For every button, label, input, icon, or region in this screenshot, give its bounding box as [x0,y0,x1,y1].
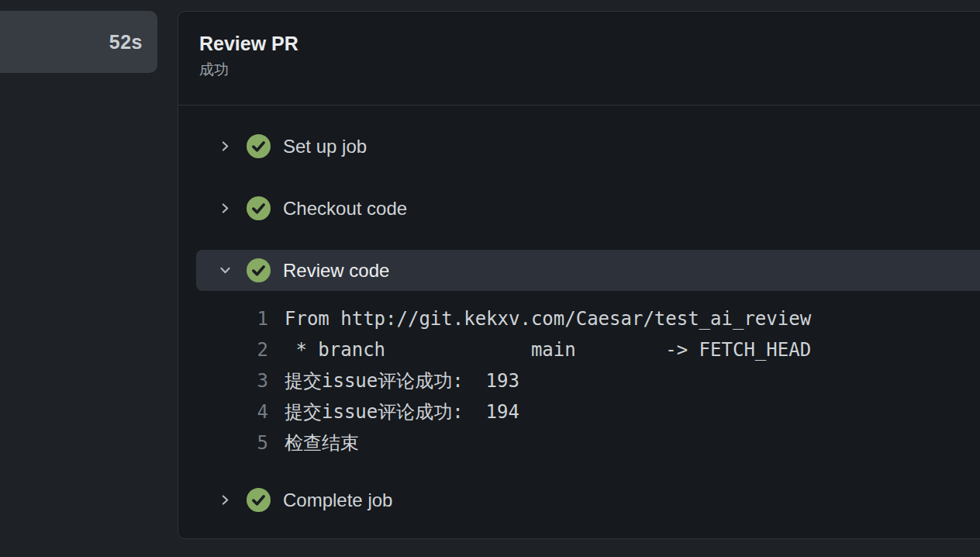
log-line-number: 4 [196,396,268,427]
step: Complete job [196,479,980,521]
step-row[interactable]: Set up job [196,126,980,167]
log-line-text: 提交issue评论成功: 193 [285,365,519,396]
log-line-number: 2 [196,334,268,365]
step-label: Set up job [283,136,367,157]
step-row[interactable]: Checkout code [196,188,980,229]
job-duration-badge: 52s [109,31,143,54]
check-circle-icon [247,488,271,512]
step-row[interactable]: Review code [196,250,980,291]
job-status-text: 成功 [199,60,969,80]
step-label: Complete job [283,490,392,511]
step: Review code 1From http://git.kekxv.com/C… [196,250,980,458]
log-line-number: 1 [196,303,268,334]
step-label: Checkout code [283,198,407,220]
step-logs: 1From http://git.kekxv.com/Caesar/test_a… [196,303,980,458]
chevron-right-icon [219,140,232,153]
log-line-text: 检查结束 [285,427,359,458]
job-run-card: Review PR 成功 Set up job [178,11,980,539]
log-line-text: * branch main -> FETCH_HEAD [285,334,811,365]
chevron-right-icon [219,202,232,215]
chevron-right-icon [219,493,232,507]
steps-list: Set up job Checkout code [178,106,980,521]
check-circle-icon [247,258,271,282]
sidebar-job-item-selected[interactable]: 52s [0,11,157,73]
log-line-text: From http://git.kekxv.com/Caesar/test_ai… [285,303,811,334]
check-circle-icon [247,196,271,220]
log-line: 3提交issue评论成功: 193 [196,365,980,396]
log-line-number: 5 [196,427,268,458]
check-circle-icon [247,134,271,158]
chevron-down-icon [219,264,232,277]
step: Checkout code [196,188,980,229]
log-line: 5检查结束 [196,427,980,458]
log-line: 1From http://git.kekxv.com/Caesar/test_a… [196,303,980,334]
job-title: Review PR [199,31,969,56]
actions-run-page: 52s Review PR 成功 Set up job [0,0,980,557]
log-line-number: 3 [196,365,268,396]
step-label: Review code [283,260,389,282]
log-line: 2 * branch main -> FETCH_HEAD [196,334,980,365]
step: Set up job [196,126,980,167]
step-row[interactable]: Complete job [196,479,980,521]
log-line: 4提交issue评论成功: 194 [196,396,980,427]
log-line-text: 提交issue评论成功: 194 [285,396,519,427]
job-header: Review PR 成功 [178,12,980,106]
